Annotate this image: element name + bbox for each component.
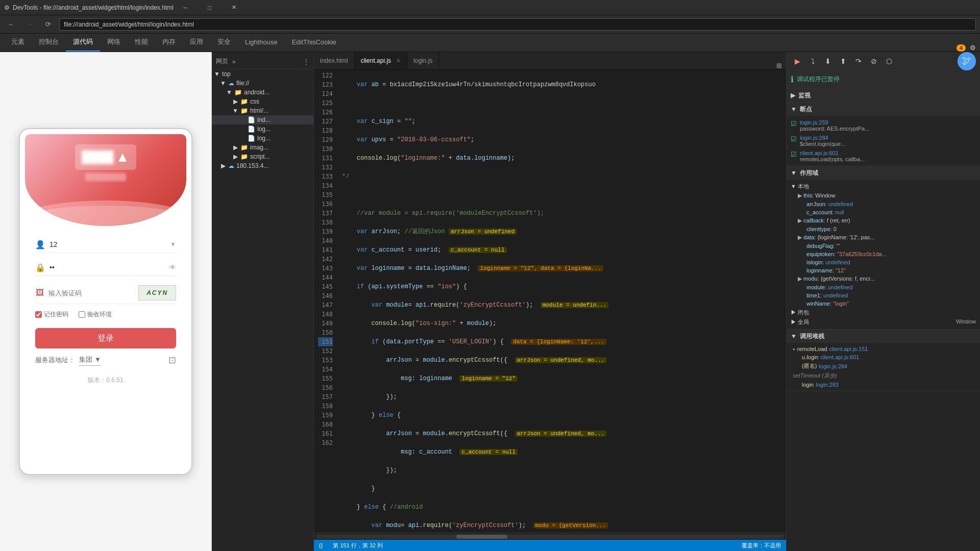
tree-label: script... (250, 153, 270, 160)
callstack-header[interactable]: ▼ 调用堆栈 (787, 330, 980, 343)
captcha-input[interactable] (48, 289, 134, 297)
tab-sources[interactable]: 源代码 (66, 33, 100, 52)
tree-item-top[interactable]: ▼ top (212, 69, 313, 79)
remember-label[interactable]: 记住密码 (35, 310, 68, 319)
avatar-container: 🕊 (958, 52, 976, 70)
devtools-icon: ⚙ (4, 4, 10, 11)
eye-icon[interactable]: 👁 (169, 263, 176, 271)
addressbar: ← → ⟳ (0, 15, 980, 34)
expand-icon[interactable]: ▶ (798, 192, 803, 198)
tree-item-css[interactable]: ▶ 📁 css (212, 97, 313, 106)
step-button[interactable]: ↷ (852, 55, 865, 68)
scan-icon[interactable]: ⊡ (168, 355, 176, 366)
settings-button[interactable]: ⚙ (970, 44, 976, 52)
scope-key: callback (803, 217, 824, 223)
back-button[interactable]: ← (4, 17, 18, 32)
folder-icon: 📁 (234, 89, 242, 96)
tab-performance[interactable]: 性能 (128, 33, 155, 52)
tab-lighthouse[interactable]: Lighthouse (238, 33, 285, 52)
scrollbar-thumb[interactable] (456, 535, 507, 539)
scope-item: ▶ modu: {getVersions: f, encr... (798, 274, 976, 283)
pause-on-exceptions[interactable]: ⬡ (883, 55, 896, 68)
breakpoints-header[interactable]: ▼ 断点 (787, 103, 980, 116)
tab-console[interactable]: 控制台 (32, 33, 66, 52)
login-button[interactable]: 登录 (35, 328, 176, 348)
scope-key: data (803, 234, 814, 240)
scope-global-header[interactable]: ▶ 全局 Window (791, 317, 976, 327)
tree-toolbar-label: 网页 (216, 57, 228, 66)
scope-item: time1: undefined (798, 291, 976, 299)
tab-memory[interactable]: 内存 (155, 33, 183, 52)
fold-icon: ▶ (232, 153, 238, 160)
tab-security[interactable]: 安全 (210, 33, 238, 52)
address-input[interactable] (59, 18, 976, 31)
scope-closure-header[interactable]: ▶ 闭包 (791, 308, 976, 317)
tree-item-file[interactable]: ▼ ☁ file:// (212, 79, 313, 88)
code-panel-expand-icon[interactable]: ⊞ (776, 62, 782, 69)
step-out-button[interactable]: ⬆ (837, 55, 850, 68)
breakpoint-checkbox[interactable]: ☑ (791, 120, 797, 128)
verify-env-label[interactable]: 验收环境 (79, 310, 112, 319)
forward-button[interactable]: → (22, 17, 37, 32)
server-dropdown-icon[interactable]: ▼ (94, 356, 101, 363)
code-line (342, 190, 781, 199)
tab-elements[interactable]: 元素 (4, 33, 32, 52)
tree-item-images[interactable]: ▶ 📁 imag... (212, 143, 313, 152)
horizontal-scrollbar[interactable] (314, 533, 786, 540)
breakpoint-item: ☑ client.api.js:601 remoteLoad(opts, cal… (791, 148, 976, 164)
tree-item-log2[interactable]: 📄 log... (212, 134, 313, 143)
tree-item-android[interactable]: ▼ 📁 android... (212, 88, 313, 97)
scope-key: equiptoken (806, 251, 834, 257)
captcha-image[interactable]: ACYN (138, 285, 176, 300)
scope-header[interactable]: ▼ 作用域 (787, 166, 980, 180)
code-tab-index[interactable]: index.html (314, 52, 355, 69)
breakpoint-checkbox[interactable]: ☑ (791, 135, 797, 143)
remember-checkbox[interactable] (35, 311, 42, 318)
expand-icon[interactable]: ▶ (798, 217, 803, 223)
coverage-status: 覆盖率：不适用 (742, 542, 781, 549)
tree-label: css (250, 98, 259, 105)
tree-item-html[interactable]: ▼ 📁 html/... (212, 106, 313, 115)
scope-val: undefined (828, 201, 853, 207)
tree-more-icon[interactable]: » (232, 58, 236, 65)
tab-editthiscookie[interactable]: EditThisCookie (285, 33, 344, 52)
tab-application[interactable]: 应用 (183, 33, 210, 52)
close-tab-icon[interactable]: ✕ (396, 58, 401, 64)
expand-icon[interactable]: ▶ (798, 276, 803, 282)
remember-row: 记住密码 验收环境 (35, 310, 176, 319)
username-input[interactable] (50, 240, 166, 248)
password-input[interactable] (50, 263, 165, 271)
tree-item-ip[interactable]: ▶ ☁ 180.153.4... (212, 161, 313, 170)
refresh-button[interactable]: ⟳ (41, 17, 55, 32)
code-line: arrJson = module.encryptCcssoft({ arrJso… (342, 429, 781, 438)
deactivate-breakpoints[interactable]: ⊘ (867, 55, 880, 68)
scope-val: "" (836, 243, 840, 249)
step-over-button[interactable]: ⤵ (806, 55, 819, 68)
code-tab-login[interactable]: login.js (407, 52, 439, 69)
server-select[interactable]: 集团 ▼ (79, 355, 101, 366)
resume-button[interactable]: ▶ (791, 55, 804, 68)
verify-env-checkbox[interactable] (79, 311, 85, 318)
close-button[interactable]: ✕ (223, 0, 246, 15)
dropdown-arrow[interactable]: ▼ (170, 241, 176, 248)
format-icon[interactable]: {} (319, 542, 323, 548)
step-into-button[interactable]: ⬇ (821, 55, 835, 68)
tree-item-script[interactable]: ▶ 📁 script... (212, 152, 313, 161)
code-tab-clientapi[interactable]: client.api.js ✕ (355, 52, 407, 69)
breakpoint-location: client.api.js:601 (800, 150, 865, 156)
watch-header[interactable]: ▶ 监视 (787, 89, 980, 102)
tab-network[interactable]: 网络 (100, 33, 128, 52)
maximize-button[interactable]: □ (198, 0, 222, 15)
scope-local-header[interactable]: ▼ 本地 (791, 182, 976, 191)
scope-item: islogin: undefined (798, 258, 976, 266)
minimize-button[interactable]: ─ (174, 0, 197, 15)
tree-item-index[interactable]: 📄 ind... (212, 115, 313, 124)
scope-local-label: 本地 (798, 183, 809, 189)
expand-icon[interactable]: ▶ (798, 234, 803, 240)
breakpoint-checkbox[interactable]: ☑ (791, 151, 797, 158)
tree-options-icon[interactable]: ⋮ (303, 58, 309, 65)
login-form: 👤 ▼ 🔒 👁 🖼 ACYN (25, 236, 186, 366)
watch-label: 监视 (798, 91, 811, 100)
tree-item-log1[interactable]: 📄 log... (212, 124, 313, 134)
notification-badge: 4 (957, 44, 966, 52)
